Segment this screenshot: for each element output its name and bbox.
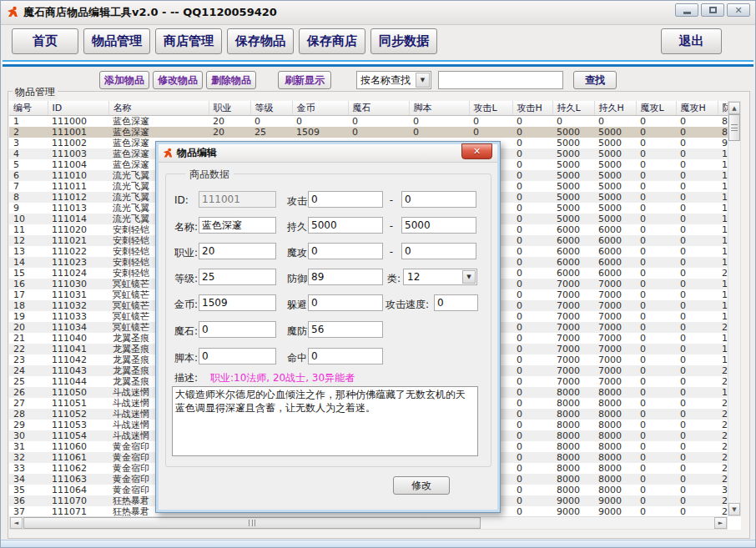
table-cell: 33 xyxy=(9,463,48,474)
table-cell: 1 xyxy=(718,148,728,159)
durability-high-field[interactable] xyxy=(401,217,476,234)
table-cell: 8000 xyxy=(594,452,636,463)
table-cell: 3 xyxy=(9,138,48,148)
horizontal-scroll-thumb[interactable] xyxy=(23,517,481,529)
scroll-left-icon[interactable]: ◄ xyxy=(10,517,23,529)
maximize-button[interactable] xyxy=(701,3,724,17)
magic-defense-field[interactable] xyxy=(308,321,383,338)
scroll-down-icon[interactable]: ▼ xyxy=(728,503,740,515)
table-row[interactable]: 1111000蓝色深邃2000000000008 xyxy=(9,115,728,127)
column-header[interactable]: 攻击L xyxy=(469,101,512,115)
nav-home-button[interactable]: 首页 xyxy=(12,28,78,54)
table-cell: 0 xyxy=(512,138,552,148)
table-cell: 20 xyxy=(209,115,250,127)
table-cell: 0 xyxy=(348,115,409,127)
gold-field[interactable] xyxy=(199,294,276,311)
table-cell: 7000 xyxy=(552,333,594,344)
column-header[interactable]: 持久H xyxy=(594,101,636,115)
nav-save-items-button[interactable]: 保存物品 xyxy=(227,28,294,54)
table-cell: 1 xyxy=(718,246,728,257)
table-cell: 32 xyxy=(9,452,48,463)
column-header[interactable]: 名称 xyxy=(108,101,209,115)
table-cell: 111034 xyxy=(48,322,108,333)
table-cell: 0 xyxy=(348,127,409,138)
column-header[interactable]: 魔石 xyxy=(348,101,409,115)
attack-speed-field[interactable] xyxy=(434,294,478,311)
search-input[interactable] xyxy=(438,71,563,89)
table-row[interactable]: 2111001蓝色深邃20251509000050005000008 xyxy=(9,127,728,138)
nav-save-shops-button[interactable]: 保存商店 xyxy=(299,28,365,54)
vertical-scroll-thumb[interactable] xyxy=(728,114,740,141)
nav-item-management-button[interactable]: 物品管理 xyxy=(83,28,150,54)
chevron-down-icon[interactable]: ▼ xyxy=(416,73,430,88)
refresh-button[interactable]: 刷新显示 xyxy=(278,71,331,89)
edit-item-button[interactable]: 修改物品 xyxy=(153,71,203,89)
table-cell: 蓝色深邃 xyxy=(108,127,209,138)
scroll-up-icon[interactable]: ▲ xyxy=(728,102,740,114)
attack-low-field[interactable] xyxy=(308,191,383,208)
table-cell: 0 xyxy=(512,474,552,485)
type-select[interactable]: 12 ▼ xyxy=(403,269,477,285)
dodge-field[interactable] xyxy=(308,294,383,311)
table-cell: 0 xyxy=(676,311,718,322)
table-cell: 16 xyxy=(9,279,48,289)
column-header[interactable]: 防御 xyxy=(718,101,728,115)
close-button[interactable]: ✕ xyxy=(727,3,750,17)
type-value: 12 xyxy=(404,271,461,283)
column-header[interactable]: 持久L xyxy=(552,101,594,115)
magic-attack-low-field[interactable] xyxy=(308,243,383,259)
column-header[interactable]: 职业 xyxy=(209,101,250,115)
table-cell: 1 xyxy=(718,181,728,192)
defense-field[interactable] xyxy=(308,269,383,285)
durability-low-field[interactable] xyxy=(308,217,383,234)
dialog-close-button[interactable]: ✕ xyxy=(461,143,492,159)
table-cell: 0 xyxy=(636,430,676,441)
magic-attack-high-field[interactable] xyxy=(401,243,476,259)
nav-shop-management-button[interactable]: 商店管理 xyxy=(155,28,222,54)
table-cell: 8000 xyxy=(594,409,636,420)
table-cell: 2 xyxy=(718,322,728,333)
column-header[interactable]: 魔攻L xyxy=(636,101,676,115)
script-field[interactable] xyxy=(199,348,276,364)
search-mode-select[interactable]: 按名称查找 ▼ xyxy=(356,71,431,89)
horizontal-scrollbar[interactable]: ◄ ► xyxy=(9,516,728,530)
table-cell: 111044 xyxy=(48,376,108,387)
table-cell: 6000 xyxy=(594,246,636,257)
table-cell: 0 xyxy=(676,300,718,311)
delete-item-button[interactable]: 删除物品 xyxy=(206,71,256,89)
column-header[interactable]: 金币 xyxy=(292,101,348,115)
id-field xyxy=(199,191,276,208)
table-cell: 9 xyxy=(9,203,48,214)
description-textarea[interactable]: 大锻造师米尔德尼的心血倾注之作，那种仿佛蕴藏了无数玄机的天蓝色调显得深邃且含蓄，… xyxy=(172,386,478,456)
search-button[interactable]: 查找 xyxy=(573,71,617,89)
table-cell: 31 xyxy=(9,441,48,452)
column-header[interactable]: 编号 xyxy=(9,101,48,115)
column-header[interactable]: 脚本 xyxy=(409,101,469,115)
minimize-button[interactable] xyxy=(675,3,698,17)
vertical-scrollbar[interactable]: ▲ ▼ xyxy=(728,101,741,516)
modify-button[interactable]: 修改 xyxy=(393,476,450,495)
add-item-button[interactable]: 添加物品 xyxy=(99,71,149,89)
app-icon xyxy=(6,6,19,19)
table-cell: 7000 xyxy=(594,344,636,354)
chevron-down-icon[interactable]: ▼ xyxy=(462,270,476,284)
name-field[interactable] xyxy=(199,217,276,234)
level-field[interactable] xyxy=(199,269,276,285)
hit-field[interactable] xyxy=(308,348,383,364)
attack-high-field[interactable] xyxy=(401,191,476,208)
table-cell: 9 xyxy=(718,138,728,148)
column-header[interactable]: ID xyxy=(48,101,108,115)
table-cell: 0 xyxy=(636,398,676,409)
column-header[interactable]: 攻击H xyxy=(512,101,552,115)
scroll-right-icon[interactable]: ► xyxy=(714,517,727,529)
exit-button[interactable]: 退出 xyxy=(661,28,722,54)
table-cell: 26 xyxy=(9,387,48,398)
job-field[interactable] xyxy=(199,243,276,259)
column-header[interactable]: 等级 xyxy=(250,101,292,115)
table-cell: 0 xyxy=(512,344,552,354)
stone-field[interactable] xyxy=(199,321,276,338)
column-header[interactable]: 魔攻H xyxy=(676,101,718,115)
table-cell: 37 xyxy=(9,506,48,517)
table-cell: 5000 xyxy=(594,159,636,170)
nav-sync-data-button[interactable]: 同步数据 xyxy=(370,28,437,54)
